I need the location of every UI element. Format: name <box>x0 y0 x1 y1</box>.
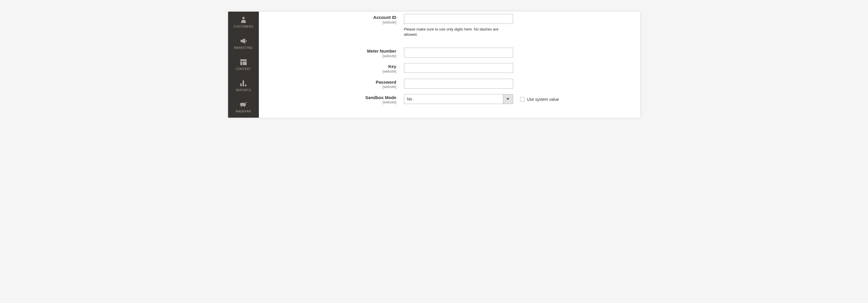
field-label: Meter Number <box>271 48 396 54</box>
sidebar-item-reports[interactable]: REPORTS <box>228 75 259 97</box>
select-value: No <box>404 94 503 104</box>
admin-panel: CUSTOMERS MARKETING CONTENT REPORTS MAGE… <box>228 11 640 118</box>
field-label: Key <box>271 64 396 70</box>
field-password: Password [website] <box>271 79 628 89</box>
field-label: Password <box>271 79 396 85</box>
svg-point-0 <box>242 17 245 19</box>
sidebar-item-label: CUSTOMERS <box>233 25 253 28</box>
input-col: Please make sure to use only digits here… <box>404 14 513 37</box>
layout-icon <box>240 58 247 66</box>
sidebar-item-content[interactable]: CONTENT <box>228 54 259 75</box>
sidebar-item-marketing[interactable]: MARKETING <box>228 33 259 54</box>
megaphone-icon <box>240 37 247 45</box>
input-col <box>404 48 513 58</box>
field-scope: [website] <box>271 54 396 59</box>
label-col: Password [website] <box>271 79 404 89</box>
person-icon <box>241 16 246 24</box>
sidebar-item-label: CONTENT <box>236 67 251 71</box>
sidebar-item-customers[interactable]: CUSTOMERS <box>228 11 259 33</box>
field-scope: [website] <box>271 20 396 25</box>
checkbox-box-icon <box>520 97 525 102</box>
chevron-down-icon <box>503 94 513 104</box>
label-col: Sandbox Mode [website] <box>271 94 404 105</box>
use-system-value-checkbox[interactable]: Use system value <box>520 97 559 102</box>
bar-chart-icon <box>240 79 247 87</box>
label-col: Account ID [website] <box>271 14 404 37</box>
svg-rect-2 <box>243 80 244 86</box>
field-account-id: Account ID [website] Please make sure to… <box>271 14 628 37</box>
input-col: No <box>404 94 513 105</box>
meter-number-input[interactable] <box>404 48 513 57</box>
key-input[interactable] <box>404 63 513 73</box>
elephant-icon <box>240 101 247 109</box>
field-scope: [website] <box>271 70 396 74</box>
config-form: Account ID [website] Please make sure to… <box>259 11 640 118</box>
after-col: Use system value <box>513 94 559 105</box>
input-col <box>404 63 513 74</box>
label-col: Key [website] <box>271 63 404 74</box>
sidebar-item-magefan[interactable]: MAGEFAN <box>228 97 259 118</box>
password-input[interactable] <box>404 79 513 89</box>
sidebar-item-label: MARKETING <box>234 46 253 49</box>
svg-rect-1 <box>240 83 242 86</box>
field-meter-number: Meter Number [website] <box>271 48 628 58</box>
field-label: Sandbox Mode <box>271 95 396 101</box>
field-sandbox-mode: Sandbox Mode [website] No Use system val… <box>271 94 628 105</box>
input-col <box>404 79 513 89</box>
account-id-input[interactable] <box>404 14 513 24</box>
field-note: Please make sure to use only digits here… <box>404 27 513 37</box>
sidebar: CUSTOMERS MARKETING CONTENT REPORTS MAGE… <box>228 11 259 118</box>
sidebar-item-label: REPORTS <box>236 89 251 92</box>
checkbox-label: Use system value <box>527 97 559 102</box>
svg-rect-3 <box>245 85 246 86</box>
field-scope: [website] <box>271 100 396 105</box>
field-key: Key [website] <box>271 63 628 74</box>
label-col: Meter Number [website] <box>271 48 404 58</box>
field-label: Account ID <box>271 15 396 20</box>
sandbox-mode-select[interactable]: No <box>404 94 513 104</box>
sidebar-item-label: MAGEFAN <box>236 110 251 113</box>
field-scope: [website] <box>271 85 396 89</box>
